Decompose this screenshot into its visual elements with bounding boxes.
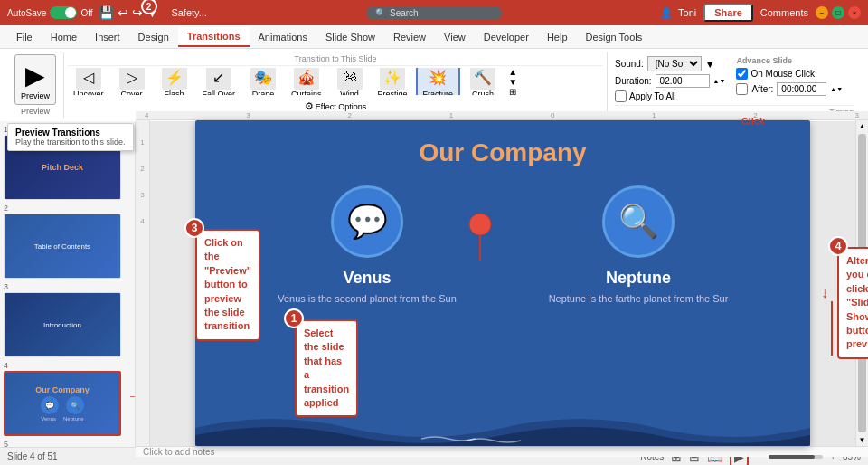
tab-design[interactable]: Design (129, 28, 178, 46)
save-icon[interactable]: 💾 (99, 5, 114, 20)
prestige-icon: ✨ (380, 68, 405, 90)
scroll-down-btn[interactable]: ▼ (856, 434, 868, 446)
tab-animations[interactable]: Animations (250, 28, 316, 46)
tab-slideshow[interactable]: Slide Show (316, 28, 384, 46)
search-icon: 🔍 (375, 8, 386, 18)
drape-icon: 🎭 (250, 68, 276, 90)
effect-wind[interactable]: 🌬 Wind (330, 68, 370, 95)
uncover-icon: ◁ (76, 68, 101, 90)
after-input[interactable] (777, 82, 826, 96)
search-box[interactable]: 🔍 Search (366, 6, 502, 20)
scroll-up-btn[interactable]: ▲ (856, 120, 868, 132)
notes-bar[interactable]: Click to add notes (136, 446, 868, 457)
effect-fallover[interactable]: ↙ Fall Over (197, 68, 241, 95)
window-controls: − □ × (816, 6, 861, 19)
advance-col: Advance Slide On Mouse Click After: ▲▼ (736, 56, 843, 102)
tab-review[interactable]: Review (384, 28, 435, 46)
tab-help[interactable]: Help (538, 28, 577, 46)
crush-icon: 🔨 (470, 68, 495, 90)
wind-label: Wind (340, 90, 359, 95)
user-name: Toni (678, 7, 696, 18)
duration-spinner[interactable]: ▲▼ (713, 78, 726, 84)
effect-uncover[interactable]: ◁ Uncover (68, 68, 109, 95)
zoom-slider[interactable] (769, 455, 823, 459)
effect-fracture[interactable]: 💥 Fracture (416, 68, 461, 95)
slide-thumb-4[interactable]: 4 Our Company 💬 🔍 VenusNeptune → (4, 361, 131, 436)
preview-tooltip: Preview Transitions Play the transition … (7, 123, 134, 151)
advance-slide-label: Advance Slide (736, 56, 843, 65)
title-bar-right: 👤 Toni Share Comments − □ × (660, 4, 861, 22)
after-spinner[interactable]: ▲▼ (830, 86, 843, 92)
tab-design-tools[interactable]: Design Tools (577, 28, 652, 46)
ribbon-tabs: File Home Insert Design Transitions Anim… (0, 25, 868, 49)
slide-viewport: Our Company 💬 Venus Venus is the second … (150, 120, 855, 446)
effect-drape[interactable]: 🎭 Drape (243, 68, 283, 95)
maximize-button[interactable]: □ (832, 6, 844, 19)
notes-placeholder: Click to add notes (143, 447, 215, 457)
sound-dropdown-arrow[interactable]: ▼ (705, 59, 715, 70)
after-checkbox[interactable] (736, 83, 748, 95)
search-area: 🔍 Search (366, 6, 502, 20)
slide-panel[interactable]: 1 Pitch Deck 2 Table of Contents 3 Intro… (0, 121, 136, 447)
thumb-img-2: Table of Contents (4, 214, 121, 279)
venus-desc: Venus is the second planet from the Sun (278, 293, 457, 304)
click-label: Click (741, 116, 765, 127)
slide-thumb-5[interactable]: 5 Our Team (4, 440, 131, 447)
annotation1-box: Select the slide that has a transition a… (295, 319, 358, 417)
preview-icon: ▶ (19, 59, 52, 91)
annotation1-text: Select the slide that has a transition a… (304, 327, 349, 408)
scroll-effects-up[interactable]: ▲ ▼ ⊞ (505, 68, 520, 95)
planets-row: 💬 Venus Venus is the second planet from … (195, 167, 810, 322)
effect-curtains[interactable]: 🎪 Curtains (286, 68, 327, 95)
venus-card: 💬 Venus Venus is the second planet from … (277, 185, 458, 304)
cover-icon: ▷ (119, 68, 145, 90)
canvas-wrapper: 1234 Our Company 💬 Venus Venus is the se… (136, 120, 868, 446)
effect-prestige[interactable]: ✨ Prestige (373, 68, 413, 95)
step1-badge: 1 (284, 308, 304, 328)
tab-developer[interactable]: Developer (475, 28, 538, 46)
tab-home[interactable]: Home (42, 28, 86, 46)
effect-flash[interactable]: ⚡ Flash (155, 68, 194, 95)
slide-thumb-2[interactable]: 2 Table of Contents (4, 204, 131, 279)
user-icon: 👤 (660, 7, 673, 19)
wind-icon: 🌬 (337, 68, 363, 90)
apply-to-all-checkbox[interactable] (615, 90, 627, 102)
comments-button[interactable]: Comments (760, 7, 808, 18)
tab-file[interactable]: File (7, 28, 42, 46)
preview-button[interactable]: ▶ Preview (14, 54, 56, 105)
tab-insert[interactable]: Insert (86, 28, 129, 46)
neptune-name: Neptune (606, 269, 671, 288)
after-label: After: (751, 84, 773, 94)
ribbon-content: ▶ Preview Preview Preview Transitions Pl… (0, 49, 868, 121)
on-mouse-click-label: On Mouse Click (750, 69, 815, 79)
effect-crush[interactable]: 🔨 Crush (463, 68, 503, 95)
tooltip-desc: Play the transition to this slide. (15, 138, 126, 147)
sound-select[interactable]: [No Sound] (647, 56, 702, 71)
slide-info: Slide 4 of 51 (7, 451, 58, 461)
vertical-ruler: 1234 (136, 120, 150, 446)
curtains-icon: 🎪 (294, 68, 319, 90)
share-button[interactable]: Share (703, 4, 753, 22)
minimize-button[interactable]: − (816, 6, 828, 19)
apply-to-all-row: Apply To All (615, 90, 725, 102)
fracture-icon: 💥 (425, 68, 450, 90)
pin-decoration (467, 211, 494, 267)
duration-input[interactable] (656, 74, 710, 88)
slide-thumb-3[interactable]: 3 Introduction (4, 282, 131, 357)
zoom-fill (769, 455, 815, 459)
slide-num-2: 2 (4, 204, 131, 213)
step2-badge: 2 (141, 0, 157, 14)
autosave-toggle[interactable] (50, 6, 77, 19)
on-mouse-click-checkbox[interactable] (736, 68, 748, 80)
effect-options-label: Effect Options (316, 102, 366, 111)
close-button[interactable]: × (848, 6, 861, 19)
tab-view[interactable]: View (435, 28, 475, 46)
undo-icon[interactable]: ↩ (118, 5, 128, 20)
step4-line (831, 301, 833, 356)
ribbon-group-preview: ▶ Preview Preview Preview Transitions Pl… (7, 52, 64, 118)
tooltip-title: Preview Transitions (15, 128, 126, 138)
tab-transitions[interactable]: Transitions (178, 27, 250, 47)
title-bar: AutoSave Off 💾 ↩ ↪ ▼ 2 Safety... 🔍 Searc… (0, 0, 868, 25)
effect-cover[interactable]: ▷ Cover (112, 68, 152, 95)
user-area: 👤 Toni (660, 7, 696, 19)
